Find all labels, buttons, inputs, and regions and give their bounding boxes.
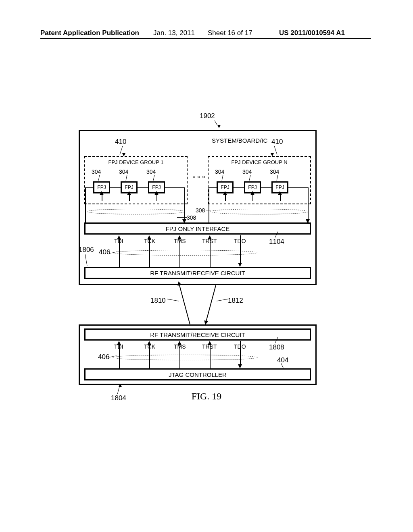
- arrowhead-icon: [119, 384, 122, 387]
- ref-1902: 1902: [200, 112, 215, 120]
- arrowhead-icon: [250, 191, 254, 195]
- arrowhead-icon: [117, 341, 121, 345]
- rf-label: RF TRANSMIT/RECEIVE CIRCUIT: [150, 270, 245, 276]
- sig-line: [240, 341, 241, 365]
- arrowhead-icon: [147, 235, 151, 239]
- header-publication: Patent Application Publication: [40, 29, 139, 37]
- ref-304: 304: [146, 168, 156, 175]
- ref-304: 304: [215, 168, 224, 175]
- link-line: [85, 187, 86, 222]
- ref-1808: 1808: [269, 343, 284, 351]
- arrowhead-icon: [223, 191, 227, 195]
- lead-line: [167, 299, 179, 301]
- cable-ellipse: [87, 209, 185, 214]
- arrowhead-icon: [217, 125, 221, 128]
- arrowhead-icon: [238, 263, 242, 267]
- link-line: [288, 187, 308, 188]
- fpj-label: FPJ: [97, 185, 106, 190]
- group1-title: FPJ DEVICE GROUP 1: [85, 159, 187, 165]
- arrowhead-icon: [154, 191, 159, 195]
- ref-410-right: 410: [271, 138, 283, 146]
- ellipsis-dot-icon: [193, 176, 195, 178]
- fpj-device-group-1: FPJ DEVICE GROUP 1: [84, 156, 188, 204]
- stub-line: [225, 194, 226, 201]
- page: Patent Application Publication Jan. 13, …: [0, 0, 413, 532]
- header-pubno: US 2011/0010594 A1: [279, 29, 345, 37]
- stub-line: [280, 194, 281, 201]
- arrowhead-icon: [100, 191, 104, 195]
- ref-406: 406: [98, 353, 109, 361]
- link-line: [308, 187, 309, 222]
- ref-410-left: 410: [115, 138, 126, 146]
- ref-304: 304: [119, 168, 128, 175]
- link-line: [85, 187, 93, 188]
- ref-406: 406: [99, 248, 110, 256]
- link-line: [110, 187, 121, 188]
- sig-line: [240, 235, 241, 264]
- arrowhead-icon: [238, 364, 242, 368]
- rf-link-1810: [179, 285, 190, 324]
- ref-1810: 1810: [150, 297, 166, 305]
- ref-1812: 1812: [228, 297, 243, 305]
- link-line: [209, 187, 217, 188]
- arrowhead-icon: [208, 235, 212, 239]
- stub-line: [129, 194, 130, 201]
- link-line: [234, 187, 244, 188]
- lead-line: [217, 299, 228, 301]
- header-rule: [40, 38, 371, 39]
- link-line: [209, 187, 209, 222]
- rf-link-1812: [205, 285, 216, 324]
- ref-308: 308: [196, 207, 205, 214]
- ref-304: 304: [270, 168, 279, 175]
- fpj-device-group-n: FPJ DEVICE GROUP N: [208, 156, 311, 204]
- ref-1806: 1806: [79, 246, 94, 254]
- arrowhead-icon: [177, 281, 181, 286]
- stub-line: [156, 194, 157, 201]
- cable-ellipse: [210, 209, 309, 214]
- fpj-label: FPJ: [248, 185, 257, 190]
- groupn-title: FPJ DEVICE GROUP N: [209, 159, 310, 165]
- header-date: Jan. 13, 2011: [153, 29, 195, 37]
- cable-ellipse: [113, 250, 258, 256]
- arrowhead-icon: [177, 341, 181, 345]
- rf-circuit-top: RF TRANSMIT/RECEIVE CIRCUIT: [84, 267, 311, 279]
- arrowhead-icon: [208, 341, 212, 345]
- figure-19: 1902 SYSTEM/BOARD/IC 410 410 FPJ DEVICE …: [79, 121, 317, 395]
- stub-line: [252, 194, 253, 201]
- arrowhead-icon: [147, 341, 151, 345]
- lead-line: [177, 217, 187, 218]
- ref-308: 308: [187, 214, 196, 221]
- fpj-label: FPJ: [221, 185, 229, 190]
- ellipsis-dot-icon: [198, 176, 200, 178]
- arrowhead-icon: [278, 191, 282, 195]
- figure-caption: FIG. 19: [0, 391, 413, 402]
- ellipsis-dot-icon: [202, 176, 205, 178]
- header-sheet: Sheet 16 of 17: [208, 29, 252, 37]
- ref-304: 304: [92, 168, 101, 175]
- cable-ellipse: [113, 355, 258, 360]
- link-line: [184, 187, 185, 222]
- link-line: [138, 187, 148, 188]
- rf-label: RF TRANSMIT/RECEIVE CIRCUIT: [150, 331, 245, 338]
- fpj-label: FPJ: [275, 185, 284, 190]
- arrowhead-icon: [127, 191, 131, 195]
- dotted-line: [93, 201, 165, 201]
- fpj-only-label: FPJ ONLY INTERFACE: [166, 225, 230, 232]
- link-line: [165, 187, 184, 188]
- ref-1104: 1104: [269, 238, 284, 246]
- ref-304: 304: [242, 168, 252, 175]
- dotted-line: [217, 201, 288, 201]
- link-line: [261, 187, 271, 188]
- jtag-controller: JTAG CONTROLLER: [84, 368, 311, 380]
- stub-line: [102, 194, 102, 201]
- arrowhead-icon: [117, 235, 121, 239]
- system-board-ic-label: SYSTEM/BOARD/IC: [212, 137, 267, 144]
- ref-404: 404: [277, 356, 288, 364]
- fpj-label: FPJ: [125, 185, 133, 190]
- fpj-label: FPJ: [152, 185, 161, 190]
- arrowhead-icon: [177, 235, 181, 239]
- jtag-controller-label: JTAG CONTROLLER: [169, 371, 227, 378]
